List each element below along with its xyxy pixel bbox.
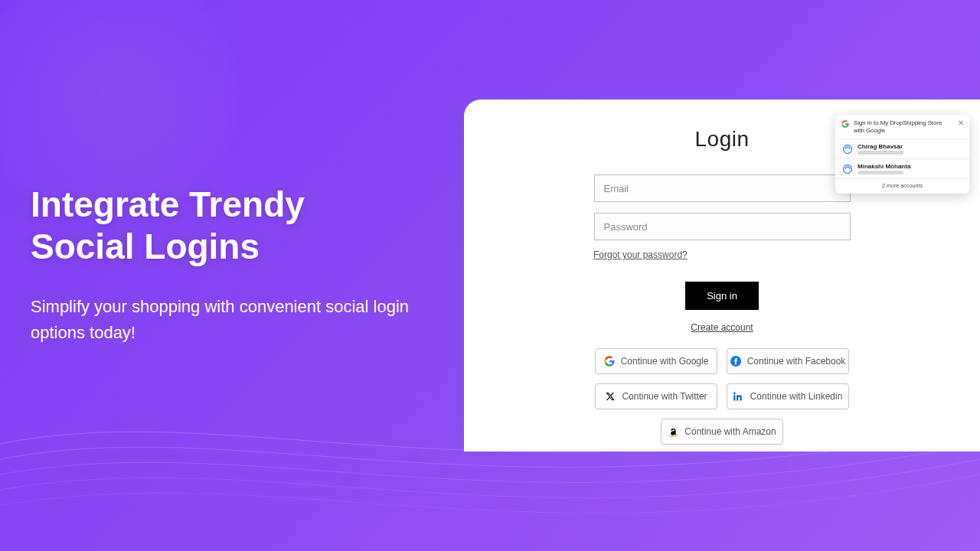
account-avatar-icon	[843, 145, 852, 154]
signin-button[interactable]: Sign in	[685, 282, 759, 310]
continue-facebook-label: Continue with Facebook	[747, 356, 846, 367]
forgot-password-link[interactable]: Forgot your password?	[593, 249, 688, 260]
login-title: Login	[694, 127, 749, 152]
account-email-redacted	[858, 171, 903, 174]
hero-copy: Integrate Trendy Social Logins Simplify …	[31, 184, 444, 347]
password-field[interactable]	[594, 213, 851, 240]
hero-subtitle: Simplify your shopping with convenient s…	[31, 294, 444, 346]
google-icon	[841, 120, 849, 128]
close-icon[interactable]: ✕	[957, 119, 965, 127]
hero-title: Integrate Trendy Social Logins	[31, 184, 444, 268]
continue-twitter-button[interactable]: Continue with Twitter	[595, 383, 717, 409]
linkedin-icon	[733, 391, 744, 402]
facebook-icon	[730, 356, 741, 367]
create-account-link[interactable]: Create account	[691, 322, 753, 333]
google-icon	[604, 356, 615, 367]
continue-twitter-label: Continue with Twitter	[622, 391, 707, 402]
onetap-header-text: Sign in to My DropShipping Store with Go…	[854, 119, 963, 134]
onetap-header: Sign in to My DropShipping Store with Go…	[835, 115, 969, 139]
twitter-icon	[605, 391, 616, 402]
email-field[interactable]	[594, 174, 851, 202]
onetap-more-accounts[interactable]: 2 more accounts	[835, 178, 969, 194]
account-name: Minakshi Mohanta	[858, 163, 910, 170]
continue-linkedin-label: Continue with Linkedin	[750, 391, 843, 402]
onetap-account-row[interactable]: Minakshi Mohanta	[835, 158, 969, 178]
svg-point-2	[844, 165, 852, 173]
continue-google-label: Continue with Google	[621, 356, 709, 367]
account-avatar-icon	[843, 165, 852, 174]
continue-facebook-button[interactable]: Continue with Facebook	[727, 348, 849, 374]
svg-point-1	[844, 145, 852, 153]
continue-amazon-label: Continue with Amazon	[684, 426, 776, 437]
hero-title-line2: Social Logins	[31, 227, 260, 266]
amazon-icon	[668, 426, 678, 437]
continue-google-button[interactable]: Continue with Google	[595, 348, 717, 374]
account-name: Chirag Bhavsar	[858, 143, 903, 150]
google-onetap-popup: Sign in to My DropShipping Store with Go…	[835, 115, 969, 194]
continue-amazon-button[interactable]: Continue with Amazon	[661, 419, 783, 445]
continue-linkedin-button[interactable]: Continue with Linkedin	[727, 383, 849, 409]
account-email-redacted	[858, 151, 903, 155]
onetap-account-row[interactable]: Chirag Bhavsar	[835, 139, 969, 158]
hero-title-line1: Integrate Trendy	[31, 184, 305, 224]
